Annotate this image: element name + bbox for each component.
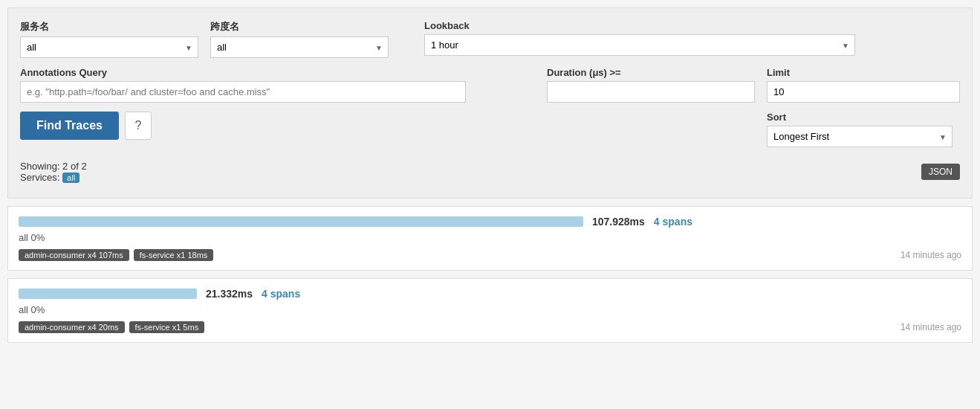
service-select[interactable]: all	[20, 36, 198, 58]
lookback-label: Lookback	[424, 20, 855, 31]
trace-card[interactable]: 21.332ms4 spansall 0%admin-consumer x4 2…	[7, 278, 973, 343]
search-panel: 服务名 all 跨度名 all Lookback 1 hour	[7, 7, 973, 199]
annotations-input[interactable]	[20, 81, 466, 103]
trace-service-label: all 0%	[19, 304, 961, 315]
trace-spans: 4 spans	[654, 216, 692, 228]
limit-input[interactable]	[767, 81, 960, 103]
trace-tags: admin-consumer x4 20msfs-service x1 5ms	[19, 321, 204, 333]
duration-input[interactable]	[547, 81, 755, 103]
trace-duration: 107.928ms	[592, 216, 645, 228]
trace-results: 107.928ms4 spansall 0%admin-consumer x4 …	[0, 206, 980, 343]
services-badge: all	[62, 173, 79, 183]
service-group: 服务名 all	[20, 20, 198, 58]
trace-time: 14 minutes ago	[901, 250, 961, 260]
sort-group: Sort Longest First	[767, 112, 960, 147]
span-select-wrapper[interactable]: all	[210, 36, 389, 58]
sort-select[interactable]: Longest First	[767, 126, 953, 147]
lookback-group: Lookback 1 hour	[424, 20, 855, 56]
tag-badge: admin-consumer x4 107ms	[19, 249, 129, 261]
trace-time: 14 minutes ago	[901, 322, 961, 332]
results-summary: Showing: 2 of 2 Services: all	[20, 161, 87, 183]
trace-card[interactable]: 107.928ms4 spansall 0%admin-consumer x4 …	[7, 206, 973, 271]
span-group: 跨度名 all	[210, 20, 389, 58]
trace-bar-row: 107.928ms4 spans	[19, 216, 961, 228]
trace-bar	[19, 289, 197, 299]
annotations-group: Annotations Query	[20, 67, 511, 103]
trace-duration: 21.332ms	[206, 288, 253, 300]
services-label: Services:	[20, 172, 59, 183]
lookback-select[interactable]: 1 hour	[424, 34, 855, 56]
find-traces-button[interactable]: Find Traces	[20, 112, 119, 140]
trace-bar	[19, 216, 583, 227]
results-header: Showing: 2 of 2 Services: all JSON	[20, 158, 960, 186]
trace-tags-row: admin-consumer x4 107msfs-service x1 18m…	[19, 249, 961, 261]
help-button[interactable]: ?	[125, 112, 152, 140]
trace-spans: 4 spans	[262, 288, 300, 300]
span-select[interactable]: all	[210, 36, 389, 58]
showing-count: Showing: 2 of 2	[20, 161, 87, 172]
row-selects: 服务名 all 跨度名 all Lookback 1 hour	[20, 20, 960, 58]
json-button[interactable]: JSON	[921, 164, 960, 180]
limit-group: Limit	[767, 67, 960, 103]
tag-badge: admin-consumer x4 20ms	[19, 321, 125, 333]
duration-group: Duration (μs) >=	[547, 67, 755, 103]
span-label: 跨度名	[210, 20, 389, 33]
trace-bar-row: 21.332ms4 spans	[19, 288, 961, 300]
tag-badge: fs-service x1 18ms	[134, 249, 214, 261]
lookback-select-wrapper[interactable]: 1 hour	[424, 34, 855, 56]
services-line: Services: all	[20, 172, 87, 183]
limit-label: Limit	[767, 67, 960, 78]
trace-tags-row: admin-consumer x4 20msfs-service x1 5ms1…	[19, 321, 961, 333]
annotations-label: Annotations Query	[20, 67, 511, 78]
trace-service-label: all 0%	[19, 232, 961, 243]
sort-label: Sort	[767, 112, 960, 123]
service-label: 服务名	[20, 20, 198, 33]
duration-label: Duration (μs) >=	[547, 67, 755, 78]
sort-select-wrapper[interactable]: Longest First	[767, 126, 953, 147]
service-select-wrapper[interactable]: all	[20, 36, 198, 58]
trace-tags: admin-consumer x4 107msfs-service x1 18m…	[19, 249, 213, 261]
tag-badge: fs-service x1 5ms	[129, 321, 205, 333]
row-inputs: Annotations Query Duration (μs) >= Limit	[20, 67, 960, 103]
actions-row: Find Traces ?	[20, 112, 152, 140]
